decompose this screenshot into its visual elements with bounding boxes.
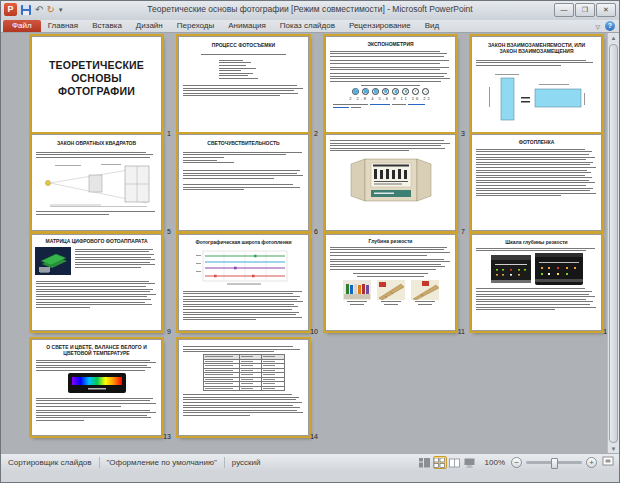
slide-thumbnail-7[interactable]: 7 xyxy=(325,134,456,231)
slide-page: ЭКСПОНОМЕТРИЯ2 2,8 4 5,6 8 11 16 22 xyxy=(326,37,455,132)
lens-photos xyxy=(475,253,598,285)
photo-thumbnail xyxy=(343,280,371,307)
slide-page: ФОТОПЛЕНКА xyxy=(472,135,601,230)
zoom-out-button[interactable]: − xyxy=(511,457,522,468)
save-icon[interactable] xyxy=(20,4,32,16)
restore-button[interactable]: ❐ xyxy=(575,3,595,17)
redo-icon[interactable]: ↻ xyxy=(46,3,54,16)
close-button[interactable]: ✕ xyxy=(596,3,616,17)
vertical-scrollbar[interactable]: ▲ ▼ xyxy=(607,33,619,454)
slide-title: Шкала глубины резкости xyxy=(481,240,592,246)
slide-page: Глубина резкости xyxy=(326,235,455,330)
undo-icon[interactable]: ↶ xyxy=(35,3,43,16)
hyperlink-lines xyxy=(329,104,452,109)
slide-thumbnail-13[interactable]: О СВЕТЕ И ЦВЕТЕ, БАЛАНСЕ БЕЛОГО И ЦВЕТОВ… xyxy=(31,339,162,436)
text-lines xyxy=(183,85,304,96)
slide-sorter-view-icon[interactable] xyxy=(433,456,447,469)
status-language[interactable]: русский xyxy=(225,458,268,467)
slide-thumbnail-2[interactable]: ПРОЦЕСС ФОТОСЪЕМКИ2 xyxy=(178,36,309,133)
slide-number: 5 xyxy=(167,228,171,235)
slide-number: 10 xyxy=(310,328,318,335)
scrollbar-thumb[interactable] xyxy=(609,44,618,443)
text-lines xyxy=(183,346,304,352)
slide-thumbnail-9[interactable]: МАТРИЦА ЦИФРОВОГО ФОТОАППАРАТА 9 xyxy=(31,234,162,331)
aperture-icon xyxy=(392,88,399,95)
text-lines xyxy=(476,149,597,197)
slide-title: Глубина резкости xyxy=(335,239,446,245)
zoom-percentage[interactable]: 100% xyxy=(485,458,505,467)
slide-page: Шкала глубины резкости xyxy=(472,235,601,330)
powerpoint-app-icon[interactable]: P xyxy=(4,3,17,16)
help-icon[interactable]: ? xyxy=(605,21,615,31)
text-lines xyxy=(330,60,451,64)
text-lines xyxy=(330,247,451,256)
aperture-diagram xyxy=(329,88,452,95)
slide-page xyxy=(179,340,308,435)
slide-thumbnail-5[interactable]: ЗАКОН ОБРАТНЫХ КВАДРАТОВ 5 xyxy=(31,134,162,231)
scroll-up-icon[interactable]: ▲ xyxy=(608,33,619,43)
slide-title: ФОТОПЛЕНКА xyxy=(481,140,592,146)
tab-4[interactable]: Переходы xyxy=(170,20,222,32)
tab-file[interactable]: Файл xyxy=(3,20,41,32)
text-lines xyxy=(36,360,157,371)
sensor-image xyxy=(35,247,71,279)
slide-number: 3 xyxy=(461,130,465,137)
slide-page: ЗАКОН ОБРАТНЫХ КВАДРАТОВ xyxy=(32,135,161,230)
slide-thumbnail-8[interactable]: ФОТОПЛЕНКА8 xyxy=(471,134,602,231)
slide-thumbnail-11[interactable]: Глубина резкости 11 xyxy=(325,234,456,331)
text-lines xyxy=(330,73,451,82)
slide-page: ЗАКОН ВЗАИМОЗАМЕНЯЕМОСТИ, ИЛИ ЗАКОН ВЗАИ… xyxy=(472,37,601,132)
text-lines xyxy=(36,410,157,421)
zoom-in-button[interactable]: + xyxy=(586,457,597,468)
normal-view-icon[interactable] xyxy=(418,456,432,469)
slide-title: О СВЕТЕ И ЦВЕТЕ, БАЛАНСЕ БЕЛОГО И ЦВЕТОВ… xyxy=(41,345,152,357)
slide-thumbnail-1[interactable]: ТЕОРЕТИЧЕСКИЕ ОСНОВЫ ФОТОГРАФИИ1 xyxy=(31,36,162,133)
text-lines xyxy=(36,281,157,308)
tab-3[interactable]: Дизайн xyxy=(129,20,170,32)
slide-number: 11 xyxy=(458,328,465,335)
aperture-icon xyxy=(402,88,409,95)
slide-title: ЭКСПОНОМЕТРИЯ xyxy=(335,42,446,48)
customize-dropdown-icon[interactable]: ▼ xyxy=(58,7,64,13)
reciprocity-diagram xyxy=(475,73,598,125)
tab-7[interactable]: Рецензирование xyxy=(342,20,418,32)
slide-title: Фотографическая широта фотопленки xyxy=(188,240,299,246)
minimize-button[interactable]: — xyxy=(554,3,574,17)
text-lines xyxy=(183,54,304,55)
slide-thumbnail-4[interactable]: ЗАКОН ВЗАИМОЗАМЕНЯЕМОСТИ, ИЛИ ЗАКОН ВЗАИ… xyxy=(471,36,602,133)
quick-access-toolbar: P ↶ ↻ ▼ xyxy=(4,3,64,16)
status-view-mode[interactable]: Сортировщик слайдов xyxy=(1,458,99,467)
powerpoint-window: P ↶ ↻ ▼ Теоретические основы фотографии … xyxy=(0,0,620,483)
slide-title: ПРОЦЕСС ФОТОСЪЕМКИ xyxy=(188,43,299,49)
minimize-ribbon-icon[interactable]: ▽ xyxy=(595,23,600,30)
slide-thumbnail-12[interactable]: Шкала глубины резкости 12 xyxy=(471,234,602,331)
zoom-slider[interactable] xyxy=(526,461,582,464)
aperture-icon xyxy=(362,88,369,95)
slide-number: 2 xyxy=(314,130,318,137)
tab-6[interactable]: Показ слайдов xyxy=(273,20,342,32)
slide-thumbnail-10[interactable]: Фотографическая широта фотопленки 10 xyxy=(178,234,309,331)
text-lines xyxy=(476,248,597,252)
tab-1[interactable]: Главная xyxy=(41,20,85,32)
status-bar: Сортировщик слайдов "Оформление по умолч… xyxy=(1,453,619,471)
fit-to-window-button[interactable] xyxy=(602,456,614,469)
photo-thumbnail xyxy=(377,280,405,307)
slide-thumbnail-14[interactable]: 14 xyxy=(178,339,309,436)
slideshow-icon[interactable] xyxy=(463,456,477,469)
text-lines xyxy=(36,152,157,158)
text-lines xyxy=(183,291,304,321)
slide-thumbnail-3[interactable]: ЭКСПОНОМЕТРИЯ2 2,8 4 5,6 8 11 16 223 xyxy=(325,36,456,133)
reading-view-icon[interactable] xyxy=(448,456,462,469)
tab-5[interactable]: Анимация xyxy=(221,20,273,32)
slide-thumbnail-6[interactable]: СВЕТОЧУВСТВИТЕЛЬНОСТЬ6 xyxy=(178,134,309,231)
slide-page: ПРОЦЕСС ФОТОСЪЕМКИ xyxy=(179,37,308,132)
status-theme[interactable]: "Оформление по умолчанию" xyxy=(100,458,224,467)
film-box-image xyxy=(329,156,452,204)
tab-2[interactable]: Вставка xyxy=(85,20,129,32)
zoom-slider-thumb[interactable] xyxy=(551,458,558,469)
text-lines xyxy=(183,160,304,161)
slide-number: 7 xyxy=(461,228,465,235)
tab-8[interactable]: Вид xyxy=(418,20,446,32)
text-lines xyxy=(36,211,157,215)
aperture-icon xyxy=(412,88,419,95)
